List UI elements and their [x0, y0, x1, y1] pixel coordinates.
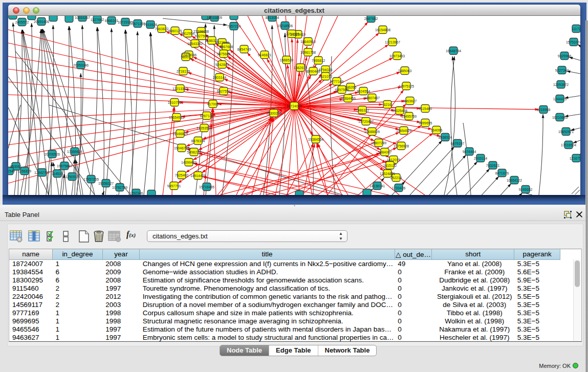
svg-text:3024554: 3024554: [357, 90, 371, 93]
svg-text:14099483: 14099483: [181, 161, 197, 164]
svg-text:1010755: 1010755: [168, 101, 182, 104]
svg-text:10653267: 10653267: [75, 16, 90, 19]
svg-text:2687682: 2687682: [364, 17, 378, 20]
svg-text:1156829: 1156829: [18, 169, 31, 173]
svg-text:14136141: 14136141: [369, 184, 385, 188]
svg-text:9329966: 9329966: [558, 54, 572, 58]
svg-text:15692971: 15692971: [558, 130, 574, 134]
svg-text:19975887: 19975887: [57, 164, 72, 168]
svg-text:17957255: 17957255: [83, 178, 99, 181]
svg-text:1612076: 1612076: [387, 158, 401, 162]
svg-text:12942737: 12942737: [34, 171, 50, 174]
svg-text:8878334: 8878334: [191, 139, 205, 143]
svg-text:13495759: 13495759: [401, 115, 417, 118]
svg-text:2803144: 2803144: [213, 76, 227, 79]
svg-text:8215958: 8215958: [537, 108, 551, 112]
svg-text:10973493: 10973493: [389, 54, 405, 58]
svg-text:1733426: 1733426: [392, 186, 406, 190]
svg-text:6479197: 6479197: [451, 142, 465, 145]
svg-text:10025438: 10025438: [392, 109, 407, 113]
svg-text:7663822: 7663822: [155, 27, 169, 31]
svg-text:7515526: 7515526: [144, 23, 158, 27]
svg-text:9327503: 9327503: [195, 34, 209, 38]
svg-text:18807249: 18807249: [371, 141, 386, 145]
svg-text:9463627: 9463627: [403, 99, 417, 103]
svg-text:18640910: 18640910: [300, 40, 316, 43]
svg-text:1244415: 1244415: [553, 97, 567, 101]
svg-text:9227342: 9227342: [555, 69, 569, 72]
svg-text:1250515: 1250515: [66, 175, 79, 179]
svg-text:12254119: 12254119: [284, 32, 299, 36]
svg-text:19654933: 19654933: [169, 116, 184, 119]
svg-text:9084007: 9084007: [378, 150, 392, 154]
svg-text:114519: 114519: [52, 172, 63, 176]
svg-text:6794028: 6794028: [319, 68, 333, 72]
svg-text:2405572: 2405572: [15, 20, 29, 24]
svg-text:8427552: 8427552: [217, 90, 231, 93]
svg-text:20691406: 20691406: [34, 20, 49, 24]
svg-text:10671355: 10671355: [130, 22, 145, 26]
svg-text:391549: 391549: [8, 169, 15, 173]
svg-text:15751074: 15751074: [566, 40, 580, 44]
svg-text:12975125: 12975125: [399, 84, 414, 88]
svg-text:9777169: 9777169: [330, 80, 344, 83]
svg-text:19358127: 19358127: [98, 182, 114, 185]
svg-text:16961758: 16961758: [300, 51, 316, 54]
svg-text:5498222: 5498222: [187, 150, 201, 154]
svg-text:14914479: 14914479: [190, 174, 206, 178]
svg-text:6897508: 6897508: [335, 88, 349, 92]
svg-text:417006: 417006: [207, 102, 219, 106]
svg-text:10782759: 10782759: [112, 186, 127, 189]
svg-text:8267130: 8267130: [200, 114, 214, 118]
svg-text:8454749: 8454749: [237, 48, 251, 51]
svg-text:12093872: 12093872: [553, 83, 569, 86]
svg-text:98901: 98901: [181, 55, 191, 59]
svg-text:252214: 252214: [390, 176, 402, 180]
svg-text:19218506: 19218506: [277, 24, 293, 28]
svg-text:10688609: 10688609: [364, 130, 380, 134]
svg-text:18724007: 18724007: [287, 104, 302, 108]
svg-text:1216753: 1216753: [570, 157, 580, 160]
svg-text:7632621: 7632621: [486, 164, 500, 167]
svg-text:1327602: 1327602: [91, 18, 104, 21]
svg-text:13524851: 13524851: [380, 172, 395, 176]
svg-text:6216: 6216: [383, 103, 391, 106]
svg-text:2933114: 2933114: [474, 157, 487, 160]
svg-text:13353594: 13353594: [197, 126, 212, 130]
svg-text:9474444: 9474444: [463, 150, 476, 154]
svg-text:1621072: 1621072: [319, 75, 333, 78]
svg-text:19384554: 19384554: [308, 138, 323, 141]
svg-text:853061: 853061: [10, 165, 22, 168]
svg-text:9899695: 9899695: [419, 121, 432, 125]
svg-text:17016504: 17016504: [561, 143, 576, 147]
svg-text:8813054: 8813054: [266, 16, 279, 19]
svg-text:8660125: 8660125: [168, 29, 182, 33]
svg-text:23226058: 23226058: [193, 30, 209, 33]
svg-text:9457791: 9457791: [167, 184, 181, 188]
svg-text:164095: 164095: [431, 128, 443, 132]
svg-text:8912954: 8912954: [181, 32, 195, 35]
svg-text:8471676: 8471676: [495, 171, 509, 175]
svg-text:7986322: 7986322: [356, 108, 369, 112]
svg-text:16648784: 16648784: [446, 49, 461, 53]
svg-text:7625402: 7625402: [175, 173, 189, 177]
svg-text:18300295: 18300295: [266, 112, 281, 115]
svg-text:15720407: 15720407: [358, 120, 374, 123]
svg-text:2967608: 2967608: [220, 45, 233, 49]
svg-text:9245652: 9245652: [519, 188, 533, 191]
svg-text:9115460: 9115460: [419, 107, 432, 111]
svg-text:17359924: 17359924: [67, 150, 82, 154]
svg-text:7485063: 7485063: [398, 69, 412, 73]
svg-text:9242845: 9242845: [215, 63, 229, 67]
svg-text:2718176: 2718176: [177, 70, 190, 73]
svg-text:19756928: 19756928: [394, 144, 409, 148]
svg-text:1362615: 1362615: [294, 66, 308, 70]
svg-text:8938924: 8938924: [439, 136, 452, 139]
svg-text:1292346: 1292346: [129, 191, 143, 195]
svg-text:7857234: 7857234: [227, 25, 241, 28]
svg-text:16154808: 16154808: [375, 28, 390, 32]
svg-text:3875685: 3875685: [217, 52, 231, 56]
svg-text:12213967: 12213967: [385, 40, 400, 44]
svg-text:19046788: 19046788: [174, 146, 189, 150]
svg-text:20206526: 20206526: [45, 152, 60, 156]
